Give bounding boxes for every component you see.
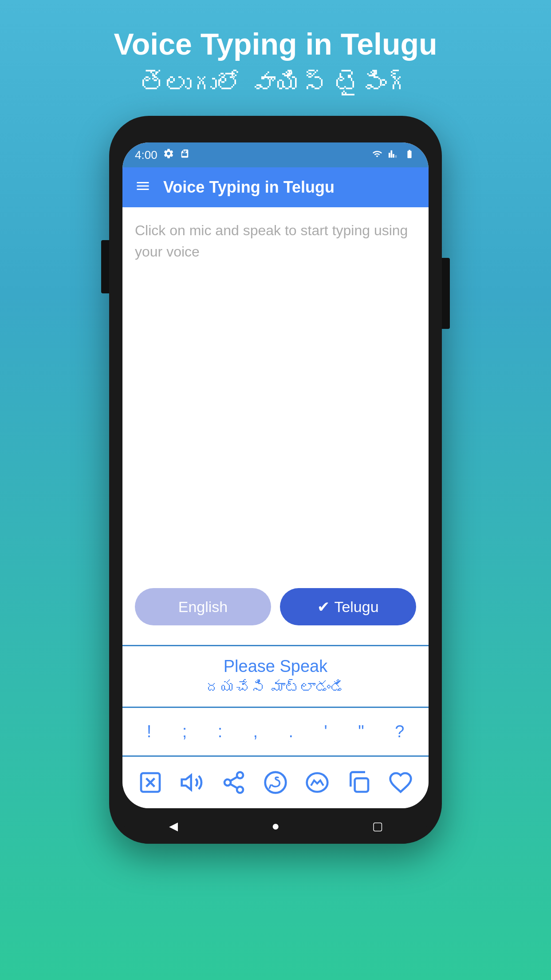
back-button[interactable]	[158, 815, 189, 837]
english-button[interactable]: English	[135, 588, 271, 625]
please-speak-english: Please Speak	[122, 657, 429, 676]
telugu-label: Telugu	[334, 598, 378, 616]
app-bar-title: Voice Typing in Telugu	[163, 178, 335, 197]
voice-placeholder: Click on mic and speak to start typing u…	[135, 220, 416, 577]
messenger-button[interactable]	[300, 766, 334, 799]
whatsapp-button[interactable]	[259, 766, 292, 799]
svg-line-8	[230, 777, 237, 781]
punct-quote[interactable]: "	[353, 719, 370, 745]
check-icon: ✔	[317, 598, 330, 616]
app-bar: Voice Typing in Telugu	[122, 167, 429, 207]
status-bar: 4:00	[122, 142, 429, 167]
delete-button[interactable]	[134, 766, 167, 799]
status-time: 4:00	[135, 148, 157, 162]
gear-icon	[163, 148, 174, 162]
share-button[interactable]	[217, 766, 251, 799]
punct-exclamation[interactable]: !	[142, 719, 157, 745]
svg-point-5	[224, 779, 231, 786]
recent-button[interactable]	[362, 815, 393, 837]
svg-point-4	[237, 772, 243, 778]
signal-icon	[388, 149, 398, 161]
favorite-button[interactable]	[384, 766, 417, 799]
sim-icon	[180, 148, 189, 162]
punct-colon[interactable]: :	[213, 719, 228, 745]
telugu-button[interactable]: ✔ Telugu	[280, 588, 416, 625]
hamburger-icon[interactable]	[135, 178, 151, 197]
svg-point-6	[237, 786, 243, 793]
page-title: Voice Typing in Telugu	[114, 27, 437, 61]
punct-comma[interactable]: ,	[248, 719, 264, 745]
action-bar	[122, 757, 429, 808]
text-area-container[interactable]: Click on mic and speak to start typing u…	[122, 207, 429, 645]
punct-apostrophe[interactable]: '	[319, 719, 333, 745]
svg-marker-3	[182, 775, 191, 790]
please-speak-section: Please Speak దయచేసి మాట్లాడండి	[122, 645, 429, 708]
svg-rect-11	[355, 778, 368, 792]
page-subtitle: తెలుగులో వాయిస్ టైపింగ్	[114, 68, 437, 98]
svg-line-7	[230, 784, 237, 788]
punctuation-row: ! ; : , . ' " ?	[122, 708, 429, 757]
speaker-button[interactable]	[175, 766, 209, 799]
phone-frame: 4:00	[109, 116, 442, 844]
phone-mockup: 4:00	[109, 116, 442, 844]
punct-question[interactable]: ?	[390, 719, 409, 745]
language-buttons: English ✔ Telugu	[135, 577, 416, 632]
please-speak-telugu: దయచేసి మాట్లాడండి	[122, 679, 429, 696]
svg-point-9	[265, 772, 286, 793]
copy-button[interactable]	[342, 766, 376, 799]
punct-semicolon[interactable]: ;	[177, 719, 193, 745]
home-button[interactable]	[260, 815, 291, 837]
status-left: 4:00	[135, 148, 189, 162]
punct-period[interactable]: .	[283, 719, 299, 745]
nav-bar	[122, 808, 429, 844]
status-right	[371, 149, 416, 161]
phone-screen: 4:00	[122, 142, 429, 808]
top-header: Voice Typing in Telugu తెలుగులో వాయిస్ ట…	[96, 0, 455, 116]
battery-icon	[403, 149, 416, 161]
wifi-icon	[371, 149, 383, 161]
